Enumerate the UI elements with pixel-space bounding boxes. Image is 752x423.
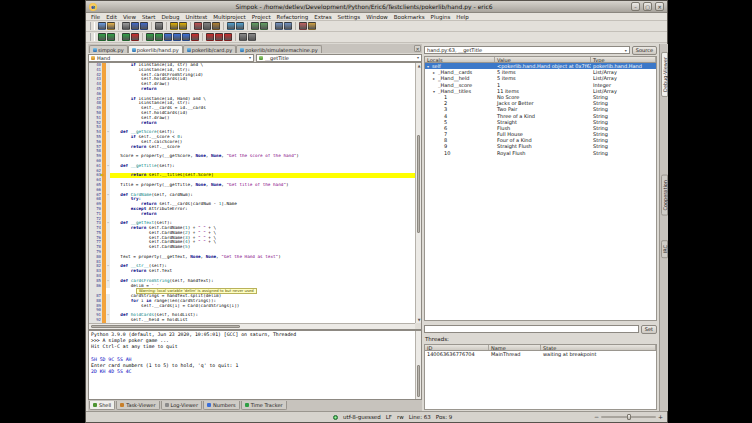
menu-start[interactable]: Start: [139, 14, 158, 20]
restart-icon[interactable]: [122, 33, 130, 41]
tab-shell[interactable]: Shell: [89, 401, 115, 410]
bookmark-icon[interactable]: [308, 22, 316, 30]
python-file-icon: [132, 48, 136, 52]
redo-icon[interactable]: [179, 22, 187, 30]
tab-numbers[interactable]: Numbers: [203, 401, 240, 410]
zoom-out-icon[interactable]: −: [594, 414, 599, 420]
save-all-icon[interactable]: [140, 22, 148, 30]
class-combo[interactable]: Hand ▾: [88, 54, 254, 62]
locals-header-type[interactable]: Type: [591, 57, 656, 62]
close-file-icon[interactable]: [122, 22, 130, 30]
threads-header-id[interactable]: ID: [425, 345, 489, 350]
step-over-icon[interactable]: [173, 33, 181, 41]
menu-unittest[interactable]: Unittest: [182, 14, 210, 20]
editor-vscroll-thumb[interactable]: [417, 135, 420, 233]
save-file-icon[interactable]: [131, 22, 139, 30]
shell-vscroll-thumb[interactable]: [417, 365, 420, 397]
minimize-button[interactable]: –: [631, 2, 640, 11]
set-filter-button[interactable]: Set: [641, 325, 657, 334]
menu-refactoring[interactable]: Refactoring: [274, 14, 312, 20]
editor-tab[interactable]: pokerlib/card.py: [183, 45, 236, 53]
toolbar-grip[interactable]: [90, 22, 95, 30]
menu-view[interactable]: View: [120, 14, 139, 20]
edit-breakpoints-icon[interactable]: [215, 33, 223, 41]
shell-vertical-scrollbar[interactable]: [415, 331, 421, 399]
editor-vertical-scrollbar[interactable]: ▲ ▼: [415, 63, 421, 323]
new-file-icon[interactable]: [98, 22, 106, 30]
locals-table-header[interactable]: LocalsValueType: [424, 56, 657, 63]
clear-breakpoints-icon[interactable]: [224, 33, 232, 41]
thread-row[interactable]: 140063636776704MainThreadwaiting at brea…: [425, 351, 656, 357]
continue-icon[interactable]: [146, 33, 154, 41]
eol-indicator: LF: [386, 414, 392, 420]
zoom-in-icon[interactable]: +: [658, 414, 663, 420]
close-tab-icon[interactable]: ✕: [414, 45, 421, 52]
menu-plugins[interactable]: Plugins: [428, 14, 454, 20]
scroll-up-icon[interactable]: ▲: [416, 63, 422, 69]
sidebar-tab-cooperation[interactable]: Cooperation: [661, 175, 668, 216]
member-combo[interactable]: __getTitle ▾: [256, 54, 422, 62]
replace-icon[interactable]: [236, 22, 244, 30]
project-open-icon[interactable]: [275, 22, 283, 30]
threads-table-header[interactable]: IDNameState: [424, 344, 657, 351]
cut-icon[interactable]: [194, 22, 202, 30]
threads-header-name[interactable]: Name: [489, 345, 541, 350]
source-button[interactable]: Source: [632, 46, 657, 55]
toggle-breakpoint-icon[interactable]: [206, 33, 214, 41]
menu-edit[interactable]: Edit: [103, 14, 120, 20]
step-into-icon[interactable]: [164, 33, 172, 41]
print-icon[interactable]: [155, 22, 163, 30]
stack-frame-combo[interactable]: hand.py:63, __getTitle ▾: [424, 46, 630, 54]
tab-task-viewer[interactable]: Task-Viewer: [116, 401, 159, 410]
zoom-slider-thumb[interactable]: [627, 414, 631, 420]
zoom-slider[interactable]: [601, 416, 656, 418]
menu-window[interactable]: Window: [363, 14, 391, 20]
project-save-icon[interactable]: [284, 22, 292, 30]
code-editor[interactable]: 40 if isinstance(id, str) and \41 isinst…: [88, 62, 422, 330]
menu-bookmarks[interactable]: Bookmarks: [391, 14, 428, 20]
variables-filter-icon[interactable]: [239, 33, 247, 41]
debug-script-icon[interactable]: [107, 33, 115, 41]
title-bar[interactable]: e Simpok - /home/detlev/Development/Pyth…: [86, 1, 667, 13]
zoom-in-icon[interactable]: [251, 22, 259, 30]
run-script-icon[interactable]: [98, 33, 106, 41]
locals-header-locals[interactable]: Locals: [425, 57, 495, 62]
zoom-out-icon[interactable]: [260, 22, 268, 30]
continue-to-cursor-icon[interactable]: [155, 33, 163, 41]
menu-project[interactable]: Project: [249, 14, 274, 20]
locals-header-value[interactable]: Value: [495, 57, 591, 62]
spelling-icon[interactable]: [299, 22, 307, 30]
editor-tab[interactable]: pokerlib/hand.py: [128, 45, 183, 53]
search-icon[interactable]: [227, 22, 235, 30]
menu-multiproject[interactable]: Multiproject: [210, 14, 249, 20]
python-shell[interactable]: Python 3.9.0 (default, Jun 23 2020, 10:0…: [88, 330, 422, 400]
variables-filter-input[interactable]: [424, 325, 639, 333]
paste-icon[interactable]: [212, 22, 220, 30]
sidebar-tab-irc[interactable]: IRC: [661, 240, 668, 258]
editor-tab[interactable]: pokerlib/simulatemachine.py: [236, 45, 321, 53]
threads-header-state[interactable]: State: [541, 345, 656, 350]
maximize-button[interactable]: ▢: [643, 2, 652, 11]
menu-extras[interactable]: Extras: [311, 14, 334, 20]
step-out-icon[interactable]: [182, 33, 190, 41]
editor-tab[interactable]: simpok.py: [89, 45, 128, 53]
exceptions-filter-icon[interactable]: [248, 33, 256, 41]
open-file-icon[interactable]: [107, 22, 115, 30]
menu-settings[interactable]: Settings: [335, 14, 364, 20]
locals-row[interactable]: 10Royal FlushString: [425, 150, 656, 156]
tab-time-tracker[interactable]: Time Tracker: [241, 401, 287, 410]
stop-debug-icon[interactable]: [191, 33, 199, 41]
editor-horizontal-scrollbar[interactable]: [89, 323, 415, 329]
menu-help[interactable]: Help: [453, 14, 472, 20]
tab-log-viewer[interactable]: Log-Viewer: [161, 401, 202, 410]
stop-script-icon[interactable]: [131, 33, 139, 41]
menu-file[interactable]: File: [88, 14, 103, 20]
toolbar-grip[interactable]: [90, 33, 95, 41]
editor-hscroll-thumb[interactable]: [91, 325, 240, 328]
sidebar-tab-debug-viewer[interactable]: Debug-Viewer: [661, 52, 668, 97]
menu-debug[interactable]: Debug: [158, 14, 182, 20]
breakpoint-margin[interactable]: [102, 318, 106, 323]
undo-icon[interactable]: [170, 22, 178, 30]
copy-icon[interactable]: [203, 22, 211, 30]
close-button[interactable]: ✕: [655, 2, 664, 11]
